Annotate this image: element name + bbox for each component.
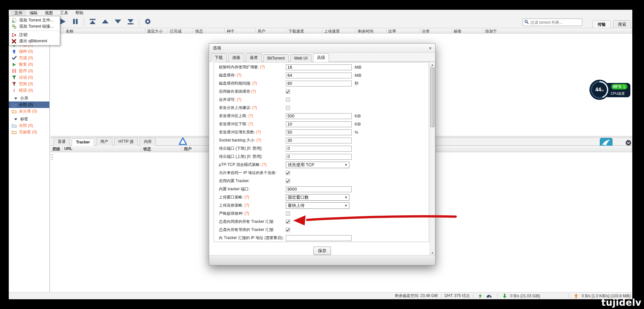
- pause-button[interactable]: [70, 18, 81, 26]
- help-link[interactable]: (?): [248, 122, 253, 126]
- sidebar-filter-active[interactable]: 活动 (0): [9, 74, 49, 81]
- options-tab-bittorrent[interactable]: BitTorrent: [263, 54, 289, 62]
- options-tab-speed[interactable]: 速度: [246, 53, 262, 62]
- move-up-button[interactable]: [100, 18, 110, 26]
- sidebar-tag-untagged[interactable]: 无标签 (0): [9, 129, 49, 135]
- settings-input[interactable]: [286, 138, 352, 143]
- tracker-column-层级[interactable]: 层级: [50, 146, 62, 152]
- settings-select[interactable]: 固定窗口数▼: [286, 194, 349, 201]
- help-link[interactable]: (?): [260, 65, 265, 69]
- torrent-column-标签[interactable]: 标签: [452, 28, 483, 33]
- menu-tools[interactable]: 工具: [57, 10, 72, 17]
- sidebar-section-categories[interactable]: 分类: [9, 95, 49, 101]
- file-menu-item-logout[interactable]: 注销: [9, 32, 60, 38]
- options-tab-downloads[interactable]: 下载: [211, 53, 227, 62]
- tab-transfers[interactable]: 传输: [593, 20, 611, 28]
- torrent-column-剩余时间[interactable]: 剩余时间: [356, 28, 386, 33]
- help-link[interactable]: (?): [252, 105, 257, 110]
- help-link[interactable]: (?): [256, 130, 261, 134]
- settings-checkbox[interactable]: [286, 98, 290, 102]
- options-tab-advanced[interactable]: 高级: [313, 53, 329, 62]
- save-button[interactable]: 保存: [313, 247, 331, 255]
- scroll-down-icon[interactable]: ▼: [430, 250, 435, 255]
- help-link[interactable]: (?): [245, 203, 249, 208]
- tracker-column-URL[interactable]: URL: [62, 146, 141, 152]
- torrent-column-上传速度[interactable]: 上传速度: [322, 28, 356, 33]
- sidebar-filter-errored[interactable]: !错误 (0): [9, 87, 49, 94]
- torrent-column-已完成[interactable]: 已完成: [168, 28, 193, 33]
- scrollbar-thumb[interactable]: [430, 68, 435, 127]
- help-link[interactable]: (?): [256, 138, 261, 142]
- drag-grip[interactable]: [51, 154, 53, 160]
- tab-search[interactable]: 搜索: [613, 20, 631, 28]
- torrent-column-状态[interactable]: 状态: [193, 28, 225, 33]
- torrent-column-用户[interactable]: 用户: [256, 28, 286, 33]
- alt-speed-icon[interactable]: [486, 294, 492, 298]
- settings-input[interactable]: [286, 81, 352, 87]
- tab-http-sources[interactable]: HTTP 源: [114, 138, 138, 146]
- torrent-column-下载速度[interactable]: 下载速度: [286, 28, 322, 33]
- torrent-column-名称[interactable]: 名称: [64, 28, 145, 33]
- tracker-column-状态[interactable]: 状态: [141, 146, 182, 152]
- settings-checkbox[interactable]: [286, 228, 290, 232]
- torrent-column-分类[interactable]: 分类: [420, 28, 452, 33]
- sidebar-filter-seeding[interactable]: 做种 (0): [9, 48, 49, 55]
- settings-input[interactable]: [286, 73, 352, 78]
- help-link[interactable]: (?): [245, 195, 249, 199]
- settings-input[interactable]: [286, 129, 352, 135]
- settings-checkbox[interactable]: [286, 89, 290, 94]
- tab-peers[interactable]: 用户: [96, 138, 112, 146]
- menu-view[interactable]: 视图: [41, 10, 57, 17]
- help-link[interactable]: (?): [262, 162, 267, 167]
- settings-input[interactable]: [286, 235, 352, 241]
- tab-trackers[interactable]: Tracker: [72, 139, 94, 146]
- tab-content[interactable]: 内容: [140, 138, 156, 146]
- settings-select[interactable]: 优先使用 TCP▼: [286, 162, 349, 168]
- options-tab-webui[interactable]: Web UI: [290, 54, 311, 62]
- help-link[interactable]: (?): [237, 73, 242, 77]
- torrent-column-添加于[interactable]: 添加于: [483, 28, 632, 33]
- scroll-up-icon[interactable]: ▲: [430, 62, 435, 68]
- torrent-column-选定大小[interactable]: 选定大小: [145, 28, 168, 33]
- settings-input[interactable]: [286, 121, 352, 127]
- torrent-column-比率[interactable]: 比率: [386, 28, 420, 33]
- menu-file[interactable]: 文件: [11, 10, 26, 17]
- menu-edit[interactable]: 编辑: [26, 10, 41, 17]
- help-link[interactable]: (?): [252, 81, 257, 86]
- help-link[interactable]: (?): [245, 211, 249, 216]
- menu-help[interactable]: 帮助: [72, 10, 87, 17]
- help-link[interactable]: (?): [237, 97, 242, 102]
- move-bottom-button[interactable]: [125, 18, 136, 26]
- sidebar-filter-resumed[interactable]: 恢复 (0): [9, 61, 49, 68]
- sidebar-category-all[interactable]: 全部 (0): [9, 101, 49, 108]
- search-input[interactable]: [530, 20, 580, 25]
- settings-checkbox[interactable]: [286, 171, 290, 175]
- sidebar-filter-paused[interactable]: 暂停 (0): [9, 68, 49, 74]
- settings-checkbox[interactable]: [286, 179, 290, 183]
- sidebar-filter-inactive[interactable]: 空闲 (0): [9, 81, 49, 87]
- sidebar-section-tags[interactable]: 标签: [9, 116, 49, 122]
- help-link[interactable]: (?): [251, 89, 256, 94]
- torrent-column-种子[interactable]: 种子: [225, 28, 256, 33]
- settings-input[interactable]: [286, 64, 352, 70]
- help-link[interactable]: (?): [248, 114, 253, 118]
- move-down-button[interactable]: [113, 18, 123, 26]
- file-menu-item-add-torrent-file[interactable]: 添加 Torrent 文件...: [9, 17, 60, 23]
- settings-select[interactable]: 最快上传▼: [286, 202, 349, 209]
- sidebar-category-uncategorized[interactable]: 未分类 (0): [9, 108, 49, 114]
- file-menu-item-add-torrent-link[interactable]: 添加 Torrent 链接...: [9, 23, 60, 30]
- sidebar-filter-completed[interactable]: 完成 (0): [9, 55, 49, 61]
- move-top-button[interactable]: [87, 18, 98, 26]
- dialog-scrollbar[interactable]: ▲ ▼: [430, 62, 435, 256]
- close-icon[interactable]: ×: [429, 46, 432, 50]
- tab-general[interactable]: 普通: [54, 138, 70, 146]
- options-tab-connection[interactable]: 连接: [228, 53, 244, 62]
- settings-input[interactable]: [286, 146, 352, 152]
- settings-checkbox[interactable]: [286, 220, 290, 224]
- settings-input[interactable]: [286, 186, 352, 192]
- dialog-titlebar[interactable]: 选项 ×: [209, 44, 435, 53]
- sidebar-tag-all[interactable]: 全部 (0): [9, 122, 49, 129]
- settings-checkbox[interactable]: [286, 106, 290, 110]
- file-menu-item-exit[interactable]: 退出 qBittorrent: [9, 38, 60, 44]
- settings-button[interactable]: [143, 18, 153, 26]
